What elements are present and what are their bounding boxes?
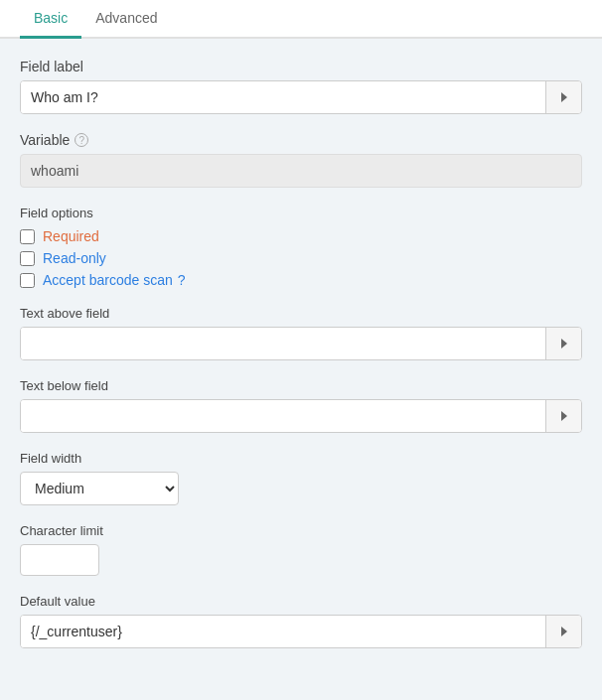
text-above-group: Text above field <box>20 306 582 360</box>
chevron-right-icon <box>561 92 567 102</box>
text-below-group: Text below field <box>20 378 582 433</box>
readonly-checkbox-item: Read-only <box>20 250 582 266</box>
default-value-label: Default value <box>20 594 582 609</box>
default-value-group: Default value <box>20 594 582 648</box>
readonly-label[interactable]: Read-only <box>43 250 106 266</box>
checkbox-group: Required Read-only Accept barcode scan ? <box>20 228 582 288</box>
field-width-select[interactable]: Small Medium Large Full <box>20 472 179 505</box>
field-label-chevron-button[interactable] <box>545 81 581 113</box>
variable-label: Variable ? <box>20 132 582 148</box>
text-above-input-wrapper <box>20 327 582 360</box>
readonly-checkbox[interactable] <box>20 251 35 266</box>
tab-bar: Basic Advanced <box>0 0 602 39</box>
field-label-input-wrapper <box>20 80 582 114</box>
chevron-right-icon-2 <box>561 339 567 349</box>
chevron-right-icon-4 <box>561 627 567 636</box>
required-checkbox-item: Required <box>20 228 582 244</box>
barcode-checkbox[interactable] <box>20 273 35 288</box>
chevron-right-icon-3 <box>561 411 567 421</box>
character-limit-label: Character limit <box>20 523 582 538</box>
barcode-help-icon[interactable]: ? <box>178 272 186 288</box>
tab-basic[interactable]: Basic <box>20 0 81 39</box>
barcode-label[interactable]: Accept barcode scan ? <box>43 272 186 288</box>
character-limit-group: Character limit <box>20 523 582 576</box>
main-container: Basic Advanced Field label Variable ? wh… <box>0 0 602 700</box>
default-value-input-wrapper <box>20 615 582 648</box>
variable-group: Variable ? whoami <box>20 132 582 188</box>
field-label-input[interactable] <box>21 81 545 113</box>
field-label-label: Field label <box>20 59 582 74</box>
text-below-label: Text below field <box>20 378 582 393</box>
text-above-input[interactable] <box>21 328 545 359</box>
barcode-checkbox-item: Accept barcode scan ? <box>20 272 582 288</box>
field-width-group: Field width Small Medium Large Full <box>20 451 582 505</box>
text-below-input[interactable] <box>21 400 545 432</box>
character-limit-input[interactable] <box>20 544 99 576</box>
form-body: Field label Variable ? whoami Field opti… <box>0 39 602 686</box>
text-below-input-wrapper <box>20 399 582 433</box>
field-label-group: Field label <box>20 59 582 114</box>
text-above-chevron-button[interactable] <box>545 328 581 359</box>
field-options-group: Field options Required Read-only Accept … <box>20 206 582 288</box>
required-label[interactable]: Required <box>43 228 99 244</box>
variable-value: whoami <box>20 154 582 188</box>
text-above-label: Text above field <box>20 306 582 321</box>
field-width-label: Field width <box>20 451 582 466</box>
required-checkbox[interactable] <box>20 229 35 244</box>
tab-advanced[interactable]: Advanced <box>81 0 171 39</box>
field-options-label: Field options <box>20 206 582 220</box>
text-below-chevron-button[interactable] <box>545 400 581 432</box>
variable-help-icon[interactable]: ? <box>75 133 88 147</box>
default-value-chevron-button[interactable] <box>545 616 581 647</box>
default-value-input[interactable] <box>21 616 545 647</box>
